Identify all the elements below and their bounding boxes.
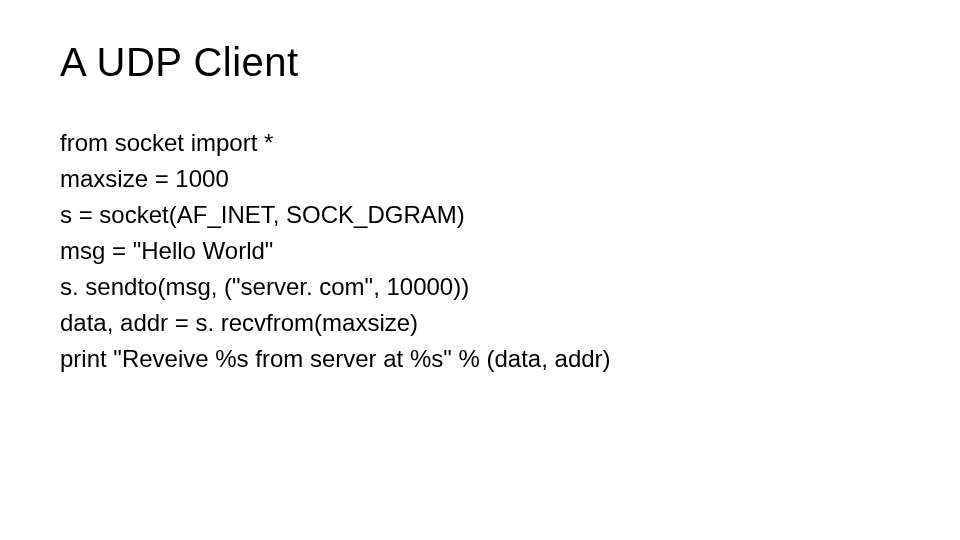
- code-line: from socket import *: [60, 125, 900, 161]
- code-line: maxsize = 1000: [60, 161, 900, 197]
- code-line: s. sendto(msg, ("server. com", 10000)): [60, 269, 900, 305]
- code-line: print "Reveive %s from server at %s" % (…: [60, 341, 900, 377]
- code-line: s = socket(AF_INET, SOCK_DGRAM): [60, 197, 900, 233]
- code-block: from socket import * maxsize = 1000 s = …: [60, 125, 900, 377]
- code-line: msg = "Hello World": [60, 233, 900, 269]
- slide-title: A UDP Client: [60, 40, 900, 85]
- code-line: data, addr = s. recvfrom(maxsize): [60, 305, 900, 341]
